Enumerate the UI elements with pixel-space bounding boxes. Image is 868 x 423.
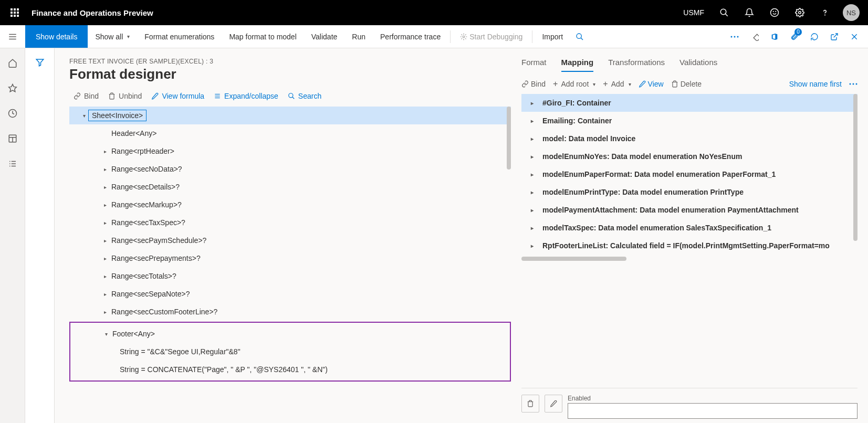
map-node[interactable]: ▸modelPaymentAttachment: Data model enum…	[521, 201, 857, 219]
gear-icon[interactable]	[788, 0, 811, 25]
pencil-icon	[151, 92, 159, 100]
nav-toggle-icon[interactable]	[0, 25, 25, 48]
tab-validations[interactable]: Validations	[679, 58, 717, 72]
modules-icon[interactable]	[0, 153, 25, 174]
caret-right-icon[interactable]: ▸	[528, 154, 536, 160]
caret-right-icon[interactable]: ▸	[528, 118, 536, 124]
tree-node[interactable]: Header<Any>	[69, 124, 511, 142]
caret-right-icon[interactable]: ▸	[528, 225, 536, 231]
map-node[interactable]: ▸#Giro_FI: Container	[521, 94, 857, 112]
tab-mapping[interactable]: Mapping	[561, 58, 594, 72]
unbind-button[interactable]: Unbind	[108, 92, 142, 100]
workspace-icon[interactable]	[0, 128, 25, 149]
caret-right-icon[interactable]: ▸	[528, 172, 536, 177]
caret-right-icon[interactable]: ▸	[101, 220, 109, 226]
tree-node[interactable]: ▸Range<rptHeader>	[69, 142, 511, 160]
tree-node[interactable]: ▸Range<secSepaNote>?	[69, 285, 511, 303]
delete-button[interactable]: Delete	[671, 80, 702, 88]
tree-node[interactable]: ▸Range<secCustomFooterLine>?	[69, 303, 511, 321]
view-formula-button[interactable]: View formula	[151, 92, 204, 100]
map-node[interactable]: ▸model: Data model Invoice	[521, 130, 857, 147]
caret-down-icon[interactable]: ▾	[102, 331, 110, 337]
tree-node[interactable]: ▸Range<secPrepayments>?	[69, 249, 511, 267]
map-format-button[interactable]: Map format to model	[222, 25, 304, 48]
more-icon[interactable]	[725, 25, 744, 48]
diamond-icon[interactable]	[745, 25, 764, 48]
search-button[interactable]: Search	[288, 92, 321, 100]
show-name-first-button[interactable]: Show name first	[789, 80, 842, 88]
show-details-button[interactable]: Show details	[25, 25, 88, 48]
caret-right-icon[interactable]: ▸	[101, 309, 109, 315]
caret-right-icon[interactable]: ▸	[101, 273, 109, 279]
tree-node[interactable]: ▸Range<secNoData>?	[69, 160, 511, 178]
tree-node[interactable]: String = CONCATENATE("Page", " &P ", "@S…	[70, 361, 510, 378]
tree-node[interactable]: ▸Range<secPaymSchedule>?	[69, 231, 511, 249]
tree-node[interactable]: String = "&C&"Segoe UI,Regular"&8"	[70, 343, 510, 361]
show-all-dropdown[interactable]: Show all	[88, 25, 137, 48]
search-icon[interactable]	[713, 0, 736, 25]
format-enumerations-button[interactable]: Format enumerations	[137, 25, 222, 48]
close-icon[interactable]	[845, 25, 864, 48]
map-node[interactable]: ▸modelEnumPrintType: Data model enumerat…	[521, 183, 857, 201]
caret-right-icon[interactable]: ▸	[101, 202, 109, 208]
office-icon[interactable]	[765, 25, 784, 48]
bell-icon[interactable]	[738, 0, 761, 25]
validate-button[interactable]: Validate	[304, 25, 345, 48]
view-button[interactable]: View	[639, 80, 664, 88]
popout-icon[interactable]	[825, 25, 844, 48]
caret-right-icon[interactable]: ▸	[101, 184, 109, 190]
tree-node[interactable]: ▸Range<secMarkup>?	[69, 196, 511, 214]
search-command-icon[interactable]	[570, 25, 589, 48]
company-selector[interactable]: USMF	[677, 8, 710, 17]
tree-node[interactable]: ▸Range<secDetails>?	[69, 178, 511, 196]
right-panel: Format Mapping Transformations Validatio…	[521, 48, 868, 423]
caret-right-icon[interactable]: ▸	[528, 100, 536, 106]
performance-trace-button[interactable]: Performance trace	[373, 25, 448, 48]
enabled-field-input[interactable]	[568, 403, 857, 419]
app-launcher[interactable]	[4, 0, 25, 25]
scrollbar[interactable]	[853, 94, 857, 241]
horizontal-scrollbar[interactable]	[521, 257, 626, 261]
avatar[interactable]: NS	[843, 4, 860, 21]
caret-down-icon[interactable]: ▾	[80, 113, 88, 119]
more-icon[interactable]	[849, 83, 857, 85]
caret-right-icon[interactable]: ▸	[101, 256, 109, 261]
scrollbar[interactable]	[507, 107, 511, 170]
caret-right-icon[interactable]: ▸	[101, 166, 109, 172]
tree-node[interactable]: ▸Range<secTotals>?	[69, 267, 511, 285]
caret-right-icon[interactable]: ▸	[101, 291, 109, 297]
import-button[interactable]: Import	[535, 25, 570, 48]
map-node[interactable]: ▸modelEnumNoYes: Data model enumeration …	[521, 147, 857, 165]
tree-node[interactable]: ▸Range<secTaxSpec>?	[69, 214, 511, 231]
filter-icon[interactable]	[35, 58, 45, 423]
star-icon[interactable]	[0, 78, 25, 99]
caret-right-icon[interactable]: ▸	[101, 238, 109, 244]
tree-footer-node[interactable]: ▾Footer<Any>	[70, 325, 510, 343]
home-icon[interactable]	[0, 52, 25, 73]
run-button[interactable]: Run	[344, 25, 373, 48]
clock-icon[interactable]	[0, 103, 25, 124]
map-node[interactable]: ▸modelEnumPaperFormat: Data model enumer…	[521, 165, 857, 183]
caret-right-icon[interactable]: ▸	[101, 149, 109, 154]
caret-right-icon[interactable]: ▸	[528, 243, 536, 249]
caret-right-icon[interactable]: ▸	[528, 189, 536, 195]
expand-collapse-button[interactable]: Expand/collapse	[214, 92, 278, 100]
delete-property-button[interactable]	[521, 395, 539, 413]
caret-right-icon[interactable]: ▸	[528, 207, 536, 213]
attach-icon[interactable]: 0	[785, 25, 804, 48]
tree-root[interactable]: ▾ Sheet<Invoice>	[69, 107, 511, 124]
edit-property-button[interactable]	[545, 395, 562, 413]
add-root-dropdown[interactable]: +Add root	[553, 79, 595, 89]
help-icon[interactable]	[813, 0, 836, 25]
caret-right-icon[interactable]: ▸	[528, 136, 536, 142]
map-node[interactable]: ▸Emailing: Container	[521, 112, 857, 130]
bind-button[interactable]: Bind	[521, 80, 546, 88]
map-node[interactable]: ▸modelTaxSpec: Data model enumeration Sa…	[521, 219, 857, 237]
refresh-icon[interactable]	[805, 25, 824, 48]
add-dropdown[interactable]: +Add	[603, 79, 631, 89]
bind-button[interactable]: Bind	[74, 92, 99, 100]
tab-format[interactable]: Format	[521, 58, 547, 72]
map-node[interactable]: ▸RptFooterLineList: Calculated field = I…	[521, 237, 857, 255]
smile-icon[interactable]	[763, 0, 786, 25]
tab-transformations[interactable]: Transformations	[608, 58, 665, 72]
